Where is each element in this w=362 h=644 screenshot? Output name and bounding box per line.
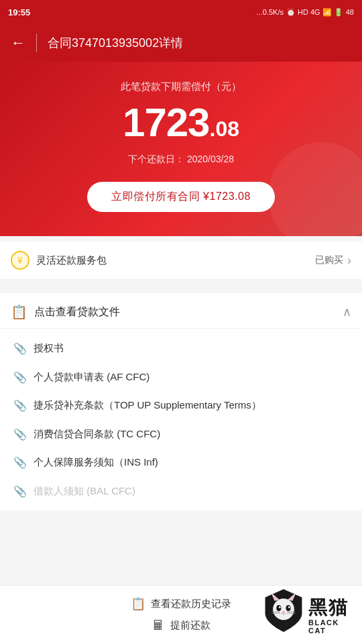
attachment-icon: 📎 <box>13 485 27 498</box>
hero-date: 下个还款日： 2020/03/28 <box>13 154 349 166</box>
advance-repay-row[interactable]: 🖩 提前还款 <box>152 618 210 633</box>
hero-amount: 1723.08 <box>13 103 349 143</box>
doc-item[interactable]: 📎个人贷款申请表 (AF CFC) <box>0 363 362 392</box>
doc-item[interactable]: 📎个人保障服务须知（INS Inf) <box>0 448 362 477</box>
service-label: 灵活还款服务包 <box>36 254 315 267</box>
pay-button[interactable]: 立即偿付所有合同 ¥1723.08 <box>87 182 275 212</box>
status-time: 19:55 <box>8 7 30 17</box>
history-row[interactable]: 📋 查看还款历史记录 <box>0 592 362 615</box>
network-speed: ...0.5K/s <box>257 8 284 16</box>
attachment-icon: 📎 <box>13 342 27 355</box>
section-gap <box>0 280 362 286</box>
status-right: ...0.5K/s ⏰ HD 4G 📶 🔋 48 <box>257 8 354 17</box>
document-header-icon: 📋 <box>11 304 27 320</box>
doc-item-text: 借款人须知 (BAL CFC) <box>34 484 135 499</box>
documents-section: 📋 点击查看贷款文件 ∧ 📎授权书📎个人贷款申请表 (AF CFC)📎捷乐贷补充… <box>0 293 362 511</box>
status-bar: 19:55 ...0.5K/s ⏰ HD 4G 📶 🔋 48 <box>0 0 362 24</box>
battery-level: 48 <box>346 8 354 16</box>
hero-subtitle: 此笔贷款下期需偿付（元） <box>13 80 349 93</box>
doc-item-text: 消费信贷合同条款 (TC CFC) <box>34 427 160 442</box>
hero-section: 此笔贷款下期需偿付（元） 1723.08 下个还款日： 2020/03/28 立… <box>0 62 362 236</box>
chevron-right-icon: › <box>347 254 351 268</box>
service-icon: ¥ <box>11 251 29 270</box>
advance-label: 提前还款 <box>170 619 210 632</box>
service-status: 已购买 <box>315 254 343 266</box>
amount-decimal: .08 <box>210 117 239 141</box>
history-label: 查看还款历史记录 <box>151 598 231 610</box>
doc-item-text: 个人保障服务须知（INS Inf) <box>34 455 158 470</box>
documents-list: 📎授权书📎个人贷款申请表 (AF CFC)📎捷乐贷补充条款（TOP UP Sup… <box>0 329 362 511</box>
amount-main: 1723 <box>123 100 209 145</box>
documents-header[interactable]: 📋 点击查看贷款文件 ∧ <box>0 293 362 329</box>
attachment-icon: 📎 <box>13 399 27 412</box>
calculator-icon: 🖩 <box>152 618 165 633</box>
date-label: 下个还款日： <box>128 154 184 164</box>
page-header: ← 合同3747013935002详情 <box>0 24 362 62</box>
history-icon: 📋 <box>131 596 145 611</box>
doc-item-text: 捷乐贷补充条款（TOP UP Supplementary Terms） <box>34 398 261 413</box>
attachment-icon: 📎 <box>13 371 27 384</box>
doc-item-text: 授权书 <box>34 341 64 356</box>
documents-title: 点击查看贷款文件 <box>34 305 343 319</box>
page-title: 合同3747013935002详情 <box>48 35 183 51</box>
doc-item[interactable]: 📎消费信贷合同条款 (TC CFC) <box>0 420 362 449</box>
back-button[interactable]: ← <box>11 34 25 52</box>
attachment-icon: 📎 <box>13 456 27 469</box>
doc-item[interactable]: 📎授权书 <box>0 334 362 363</box>
doc-item: 📎借款人须知 (BAL CFC) <box>0 477 362 506</box>
doc-item[interactable]: 📎捷乐贷补充条款（TOP UP Supplementary Terms） <box>0 391 362 420</box>
doc-item-text: 个人贷款申请表 (AF CFC) <box>34 370 149 385</box>
date-value: 2020/03/28 <box>187 154 234 164</box>
status-icons: ⏰ HD 4G 📶 🔋 <box>286 8 343 17</box>
bottom-bar: 📋 查看还款历史记录 🖩 提前还款 <box>0 585 362 644</box>
attachment-icon: 📎 <box>13 428 27 441</box>
collapse-icon: ∧ <box>343 305 351 319</box>
header-divider <box>36 34 37 52</box>
